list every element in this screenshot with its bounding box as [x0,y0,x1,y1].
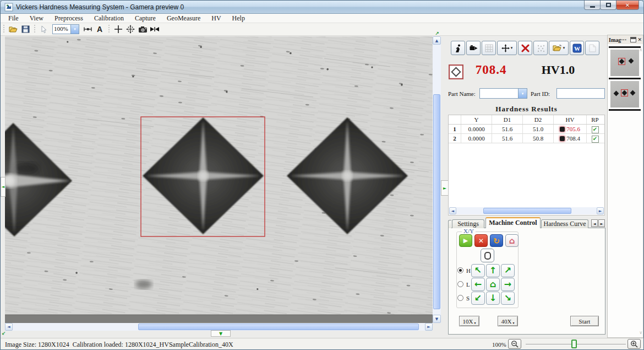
menu-preprocess[interactable]: Preprocess [49,14,89,23]
arrow-up-icon: ↑ [489,266,496,275]
jog-right-button[interactable]: → [501,278,515,291]
home-icon: ⌂ [509,236,515,246]
check-icon: ✔ [593,127,597,132]
rp-checkbox[interactable]: ✔ [592,136,599,143]
pattern-points-button[interactable] [533,41,548,55]
table-scroll-thumb[interactable] [483,208,571,214]
zoom-out-button[interactable] [508,339,521,349]
collapse-left-panel-button[interactable]: ◄ [1,177,6,197]
menu-help[interactable]: Help [227,14,250,23]
xy-run-button[interactable]: ▶ [459,234,472,247]
jog-up-button[interactable]: ↑ [486,264,500,277]
zoom-slider-handle[interactable] [571,340,577,348]
measure-toolbar: ▾ ▾ W [451,41,599,55]
result-row[interactable]: 1 0.0000 51.6 51.0 705.6 ✔ [449,125,604,134]
objective-button[interactable] [481,249,494,262]
vscroll-down-button[interactable]: ▼ [433,315,441,323]
speed-high-radio[interactable] [457,267,463,273]
measure-tool-icon [83,25,92,33]
open-file-button[interactable] [7,24,19,35]
menu-geomeasure[interactable]: GeoMeasure [161,14,206,23]
jog-down-right-button[interactable]: ↘ [501,292,515,305]
tab-partial[interactable] [448,220,451,228]
capture-button[interactable] [137,24,149,35]
thumb-indent-icon [614,91,619,96]
start-button[interactable]: Start [570,316,599,326]
indenter-button[interactable] [451,41,465,55]
part-name-select[interactable]: ▾ [479,88,527,99]
table-scroll-left[interactable]: ◄ [449,207,456,214]
camera-preview[interactable] [5,36,433,323]
arrow-down-left-icon: ↙ [474,294,482,303]
text-tool-button[interactable]: A [94,24,106,35]
menu-file[interactable]: File [3,14,24,23]
panel-scroll-up-icon[interactable]: ∧ [639,47,642,52]
jog-up-right-button[interactable]: ↗ [501,264,515,277]
jog-left-button[interactable]: ← [471,278,485,291]
mag-40x-button[interactable]: 40X▾ [498,316,518,326]
menu-calibration[interactable]: Calibration [89,14,129,23]
title-bar[interactable]: Vickers Hardness Measuring System - Game… [1,1,643,14]
part-id-input[interactable] [556,88,605,99]
move-stage-button[interactable]: ▾ [497,41,517,55]
open-folder-icon [9,25,18,33]
new-page-button[interactable] [585,41,599,55]
mag-10x-button[interactable]: 10X▾ [459,316,479,326]
close-icon[interactable]: ✕ [637,37,642,42]
splitter-arrow-icon[interactable]: ↗ [435,31,439,36]
save-button[interactable] [19,24,31,35]
image-thumbnail-1[interactable] [610,50,639,76]
xy-reset-button[interactable]: ↻ [490,234,503,247]
result-row[interactable]: 2 0.0000 51.6 50.8 708.4 ✔ [449,134,604,143]
jog-down-left-button[interactable]: ↙ [471,292,485,305]
close-button[interactable]: ✕ [616,1,639,10]
table-scroll-right[interactable]: ► [597,207,604,214]
image-vscrollbar: ▲ ▼ [433,36,441,323]
jog-down-button[interactable]: ↓ [486,292,500,305]
grid-button[interactable] [482,41,496,55]
speed-step-radio[interactable] [457,295,463,301]
image-thumbnail-2[interactable] [610,81,639,107]
maximize-button[interactable] [600,1,616,10]
speed-low-radio[interactable] [457,281,463,287]
hscroll-right-button[interactable]: ► [425,323,433,331]
expand-right-panel-button[interactable]: ► [441,180,449,196]
tab-machine-control[interactable]: Machine Control [485,217,541,228]
load-report-button[interactable]: ▾ [549,41,569,55]
zoom-select[interactable]: 100% ▾ [52,24,79,34]
tab-scroll-right-button[interactable]: ► [598,219,605,227]
measure-tool-button[interactable] [81,24,94,35]
xy-stop-button[interactable]: ✕ [474,234,488,247]
menu-view[interactable]: View [24,14,49,23]
live-video-button[interactable] [466,41,481,55]
hscroll-thumb[interactable] [138,324,419,330]
jog-up-left-button[interactable]: ↖ [471,264,485,277]
auto-center-button[interactable] [124,24,137,35]
hscroll-left-button[interactable]: ◄ [5,323,13,331]
select-tool-button[interactable] [38,24,50,35]
rp-checkbox[interactable]: ✔ [592,126,599,133]
menu-hv[interactable]: HV [206,14,226,23]
panel-scroll-down-icon[interactable]: ∨ [639,330,642,335]
tab-settings[interactable]: Settings [452,219,484,228]
video-capture-button[interactable] [149,24,161,35]
dock-icon[interactable] [630,37,636,42]
xy-home-button[interactable]: ⌂ [505,234,519,247]
chevron-down-icon: ▾ [511,46,513,50]
export-word-button[interactable]: W [570,41,584,55]
jog-home-button[interactable]: ⌂ [486,278,500,291]
collapse-bottom-button[interactable]: ▼ [211,330,231,337]
crosshair-button[interactable] [112,24,124,35]
tab-scroll-left-button[interactable]: ◄ [591,219,598,227]
menu-capture[interactable]: Capture [129,14,161,23]
vscroll-up-button[interactable]: ▲ [433,36,441,45]
zoom-in-button[interactable] [627,339,641,349]
main-toolbar: 100% ▾ A [1,23,643,36]
tab-hardness-curve[interactable]: Hardness Curve [541,219,588,228]
images-panel-header[interactable]: Imag··· ✕ [608,35,643,44]
vscroll-thumb[interactable] [433,94,440,309]
splitter-arrow-icon[interactable]: ↙ [2,331,6,336]
delete-measurement-button[interactable] [518,41,532,55]
minimize-button[interactable] [584,1,601,10]
part-id-label: Part ID: [531,90,550,97]
